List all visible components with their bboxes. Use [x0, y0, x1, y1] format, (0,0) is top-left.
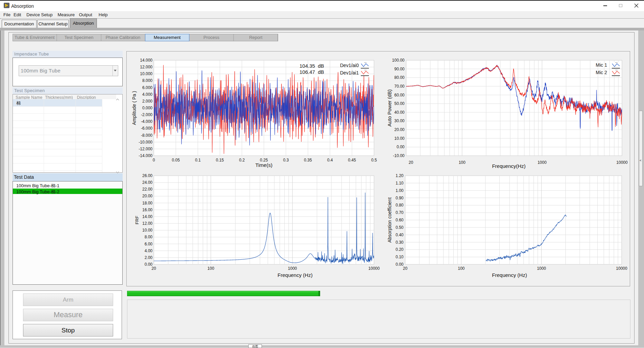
svg-text:100: 100	[459, 160, 465, 165]
svg-text:0.3: 0.3	[283, 158, 289, 162]
svg-text:20: 20	[403, 266, 408, 271]
svg-text:10.00: 10.00	[142, 228, 152, 233]
svg-text:0.60: 0.60	[396, 218, 404, 222]
svg-text:-4.000: -4.000	[141, 119, 152, 124]
svg-text:Dev1/ai1: Dev1/ai1	[340, 70, 359, 75]
svg-text:6.00: 6.00	[145, 242, 153, 246]
svg-text:30.00: 30.00	[394, 118, 404, 123]
svg-text:4.000: 4.000	[142, 92, 152, 97]
svg-text:14.00: 14.00	[142, 214, 152, 219]
svg-text:12.00: 12.00	[142, 221, 152, 226]
svg-text:100: 100	[458, 266, 464, 271]
svg-text:0.10: 0.10	[396, 255, 404, 259]
svg-text:8.000: 8.000	[142, 78, 152, 83]
svg-text:2.000: 2.000	[142, 99, 152, 104]
svg-text:14.000: 14.000	[140, 58, 152, 63]
svg-text:0.20: 0.20	[396, 247, 404, 252]
svg-text:20: 20	[151, 266, 156, 271]
svg-text:Dev1/ai0: Dev1/ai0	[340, 63, 359, 68]
svg-text:Frequency(Hz): Frequency(Hz)	[492, 163, 525, 169]
svg-text:0.40: 0.40	[396, 233, 404, 237]
svg-text:8.00: 8.00	[145, 235, 153, 239]
svg-text:Time(s): Time(s)	[255, 162, 272, 168]
svg-text:0.000: 0.000	[142, 106, 152, 110]
svg-text:0.5: 0.5	[371, 158, 377, 162]
svg-text:106.47 dB: 106.47 dB	[299, 69, 324, 75]
svg-text:100: 100	[207, 266, 214, 271]
svg-text:20: 20	[409, 160, 413, 165]
svg-text:20.00: 20.00	[394, 127, 404, 132]
svg-text:0.35: 0.35	[304, 158, 312, 162]
svg-text:Amplitude ( Pa ): Amplitude ( Pa )	[131, 91, 137, 125]
svg-text:12.000: 12.000	[140, 65, 152, 69]
svg-text:0.05: 0.05	[172, 158, 180, 162]
svg-text:0.00: 0.00	[397, 145, 405, 149]
svg-text:0.70: 0.70	[396, 210, 404, 215]
svg-text:0: 0	[153, 158, 155, 162]
svg-text:22.00: 22.00	[142, 187, 152, 192]
svg-text:0.2: 0.2	[239, 158, 245, 162]
svg-text:10.000: 10.000	[140, 71, 152, 76]
svg-text:1.10: 1.10	[396, 181, 404, 186]
svg-text:16.00: 16.00	[142, 208, 152, 212]
svg-text:10000: 10000	[368, 266, 380, 271]
svg-text:1.00: 1.00	[396, 188, 404, 193]
svg-text:-2.000: -2.000	[141, 112, 152, 117]
svg-text:10000: 10000	[616, 266, 627, 271]
svg-text:0.00: 0.00	[396, 262, 404, 267]
svg-text:-14.000: -14.000	[139, 153, 152, 158]
svg-text:1.20: 1.20	[396, 173, 404, 178]
svg-text:6.000: 6.000	[142, 85, 152, 90]
svg-text:0.4: 0.4	[327, 158, 333, 162]
svg-text:18.00: 18.00	[142, 201, 152, 205]
svg-text:Absorption coefficient: Absorption coefficient	[387, 197, 392, 243]
svg-text:40.00: 40.00	[394, 110, 404, 115]
svg-text:-12.000: -12.000	[139, 147, 152, 151]
svg-text:0.25: 0.25	[260, 158, 268, 162]
svg-text:Mic 1: Mic 1	[596, 62, 607, 68]
svg-text:0.15: 0.15	[216, 158, 224, 162]
svg-text:1000: 1000	[537, 266, 546, 271]
svg-text:-10.00: -10.00	[393, 153, 404, 158]
svg-text:2.00: 2.00	[145, 255, 153, 260]
svg-text:26.00: 26.00	[142, 173, 152, 178]
svg-text:100.00: 100.00	[392, 58, 404, 63]
svg-text:-8.000: -8.000	[141, 133, 152, 138]
svg-text:0.90: 0.90	[396, 196, 404, 200]
svg-text:Frequency (Hz): Frequency (Hz)	[277, 272, 312, 278]
svg-text:Auto Power (dB): Auto Power (dB)	[387, 89, 392, 127]
svg-text:Frequency (Hz): Frequency (Hz)	[492, 272, 527, 278]
svg-text:4.00: 4.00	[145, 248, 153, 253]
svg-text:0.1: 0.1	[195, 158, 201, 162]
svg-text:10000: 10000	[616, 160, 628, 165]
svg-text:0.45: 0.45	[348, 158, 356, 162]
svg-text:-6.000: -6.000	[141, 126, 152, 131]
svg-text:FRF: FRF	[134, 216, 140, 224]
svg-text:0.80: 0.80	[396, 203, 404, 208]
svg-text:-10.000: -10.000	[139, 140, 152, 145]
svg-text:0.50: 0.50	[396, 225, 404, 230]
svg-text:10.00: 10.00	[394, 136, 404, 141]
svg-text:50.00: 50.00	[394, 101, 404, 106]
svg-text:60.00: 60.00	[394, 93, 404, 97]
svg-text:80.00: 80.00	[394, 75, 404, 80]
svg-text:24.00: 24.00	[142, 180, 152, 185]
svg-text:0.30: 0.30	[396, 240, 404, 245]
svg-text:90.00: 90.00	[394, 67, 404, 71]
svg-text:104.35 dB: 104.35 dB	[299, 63, 324, 69]
svg-text:1000: 1000	[538, 160, 547, 165]
svg-text:1000: 1000	[288, 266, 297, 271]
svg-text:Mic 2: Mic 2	[596, 70, 607, 75]
svg-text:70.00: 70.00	[394, 84, 404, 89]
svg-text:20.00: 20.00	[142, 194, 152, 198]
